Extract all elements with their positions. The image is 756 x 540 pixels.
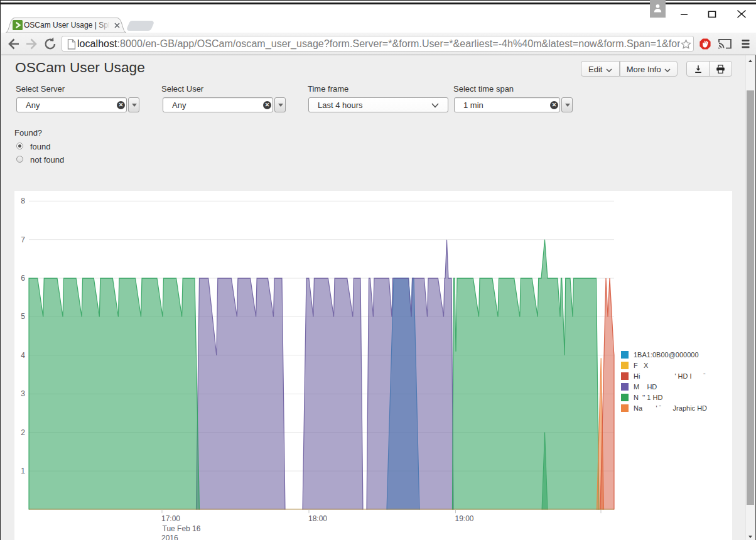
svg-text:7: 7 (21, 235, 25, 244)
svg-text:2: 2 (21, 428, 25, 436)
svg-text:8: 8 (21, 197, 25, 205)
svg-text:17:00: 17:00 (161, 514, 180, 523)
svg-text:6: 6 (21, 274, 25, 283)
svg-text:1: 1 (21, 467, 25, 475)
svg-text:19:00: 19:00 (455, 514, 474, 523)
svg-text:5: 5 (21, 312, 25, 321)
svg-text:Tue Feb 16: Tue Feb 16 (163, 524, 201, 533)
svg-text:4: 4 (21, 350, 25, 359)
svg-text:2016: 2016 (161, 534, 178, 540)
svg-text:3: 3 (21, 389, 25, 398)
svg-text:18:00: 18:00 (308, 514, 327, 523)
